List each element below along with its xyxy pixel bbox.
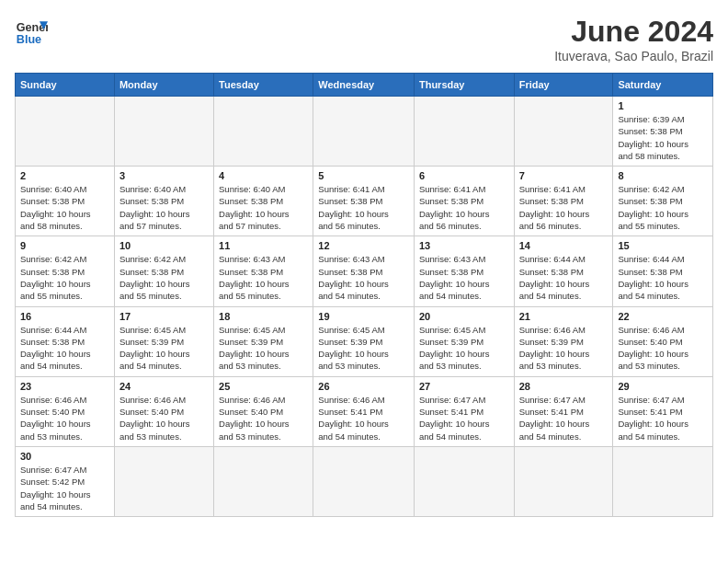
day-number: 20	[419, 311, 509, 322]
day-cell: 20Sunrise: 6:45 AMSunset: 5:39 PMDayligh…	[414, 306, 514, 376]
header: General Blue June 2024 Ituverava, Sao Pa…	[15, 15, 713, 63]
logo: General Blue	[15, 15, 48, 48]
day-info: Sunrise: 6:46 AMSunset: 5:40 PMDaylight:…	[20, 394, 109, 442]
day-cell	[613, 446, 713, 516]
day-cell: 10Sunrise: 6:42 AMSunset: 5:38 PMDayligh…	[114, 236, 213, 306]
day-info: Sunrise: 6:45 AMSunset: 5:39 PMDaylight:…	[119, 324, 209, 373]
day-cell	[214, 446, 313, 516]
day-number: 3	[119, 170, 209, 181]
day-info: Sunrise: 6:47 AMSunset: 5:41 PMDaylight:…	[618, 394, 708, 442]
day-cell: 30Sunrise: 6:47 AMSunset: 5:42 PMDayligh…	[16, 446, 115, 516]
day-cell: 6Sunrise: 6:41 AMSunset: 5:38 PMDaylight…	[414, 167, 514, 236]
day-cell: 23Sunrise: 6:46 AMSunset: 5:40 PMDayligh…	[16, 376, 115, 446]
calendar-subtitle: Ituverava, Sao Paulo, Brazil	[554, 49, 713, 63]
day-number: 28	[519, 381, 609, 392]
day-number: 16	[20, 311, 109, 322]
day-number: 1	[618, 100, 708, 111]
svg-text:Blue: Blue	[17, 33, 41, 46]
day-cell: 13Sunrise: 6:43 AMSunset: 5:38 PMDayligh…	[414, 236, 514, 306]
day-info: Sunrise: 6:41 AMSunset: 5:38 PMDaylight:…	[519, 183, 609, 232]
day-info: Sunrise: 6:42 AMSunset: 5:38 PMDaylight:…	[119, 253, 209, 302]
day-number: 4	[219, 170, 308, 181]
day-number: 15	[618, 240, 708, 251]
day-cell	[313, 446, 415, 516]
day-header-friday: Friday	[514, 74, 613, 97]
day-cell	[514, 446, 613, 516]
day-number: 22	[618, 311, 708, 322]
day-cell	[514, 97, 613, 167]
day-cell	[313, 97, 415, 167]
day-header-wednesday: Wednesday	[313, 74, 415, 97]
day-cell: 17Sunrise: 6:45 AMSunset: 5:39 PMDayligh…	[114, 306, 213, 376]
day-info: Sunrise: 6:46 AMSunset: 5:40 PMDaylight:…	[119, 394, 209, 442]
day-info: Sunrise: 6:47 AMSunset: 5:41 PMDaylight:…	[419, 394, 509, 442]
day-cell: 9Sunrise: 6:42 AMSunset: 5:38 PMDaylight…	[16, 236, 115, 306]
day-number: 10	[119, 240, 209, 251]
calendar-title: June 2024	[554, 15, 713, 49]
day-number: 30	[20, 451, 109, 462]
day-info: Sunrise: 6:41 AMSunset: 5:38 PMDaylight:…	[419, 183, 509, 232]
day-number: 24	[119, 381, 209, 392]
day-cell: 29Sunrise: 6:47 AMSunset: 5:41 PMDayligh…	[613, 376, 713, 446]
day-cell: 4Sunrise: 6:40 AMSunset: 5:38 PMDaylight…	[214, 167, 313, 236]
day-number: 14	[519, 240, 609, 251]
day-info: Sunrise: 6:40 AMSunset: 5:38 PMDaylight:…	[219, 183, 308, 232]
day-number: 5	[318, 170, 409, 181]
day-cell: 16Sunrise: 6:44 AMSunset: 5:38 PMDayligh…	[16, 306, 115, 376]
day-number: 13	[419, 240, 509, 251]
day-info: Sunrise: 6:43 AMSunset: 5:38 PMDaylight:…	[419, 253, 509, 302]
day-info: Sunrise: 6:42 AMSunset: 5:38 PMDaylight:…	[20, 253, 109, 302]
day-header-tuesday: Tuesday	[214, 74, 313, 97]
day-cell	[214, 97, 313, 167]
day-number: 18	[219, 311, 308, 322]
day-cell	[414, 97, 514, 167]
day-number: 8	[618, 170, 708, 181]
day-cell: 11Sunrise: 6:43 AMSunset: 5:38 PMDayligh…	[214, 236, 313, 306]
calendar-table: SundayMondayTuesdayWednesdayThursdayFrid…	[15, 73, 713, 517]
day-info: Sunrise: 6:47 AMSunset: 5:42 PMDaylight:…	[20, 464, 109, 512]
day-number: 29	[618, 381, 708, 392]
day-info: Sunrise: 6:43 AMSunset: 5:38 PMDaylight:…	[219, 253, 308, 302]
day-number: 17	[119, 311, 209, 322]
week-row-1: 1Sunrise: 6:39 AMSunset: 5:38 PMDaylight…	[16, 97, 713, 167]
day-cell: 26Sunrise: 6:46 AMSunset: 5:41 PMDayligh…	[313, 376, 415, 446]
day-cell: 15Sunrise: 6:44 AMSunset: 5:38 PMDayligh…	[613, 236, 713, 306]
day-header-saturday: Saturday	[613, 74, 713, 97]
day-info: Sunrise: 6:45 AMSunset: 5:39 PMDaylight:…	[318, 324, 409, 373]
day-info: Sunrise: 6:46 AMSunset: 5:40 PMDaylight:…	[618, 324, 708, 373]
day-cell: 19Sunrise: 6:45 AMSunset: 5:39 PMDayligh…	[313, 306, 415, 376]
day-number: 23	[20, 381, 109, 392]
day-number: 19	[318, 311, 409, 322]
day-cell	[414, 446, 514, 516]
day-info: Sunrise: 6:43 AMSunset: 5:38 PMDaylight:…	[318, 253, 409, 302]
day-number: 12	[318, 240, 409, 251]
day-cell: 14Sunrise: 6:44 AMSunset: 5:38 PMDayligh…	[514, 236, 613, 306]
day-info: Sunrise: 6:45 AMSunset: 5:39 PMDaylight:…	[219, 324, 308, 373]
day-info: Sunrise: 6:42 AMSunset: 5:38 PMDaylight:…	[618, 183, 708, 232]
title-area: June 2024 Ituverava, Sao Paulo, Brazil	[554, 15, 713, 63]
week-row-4: 16Sunrise: 6:44 AMSunset: 5:38 PMDayligh…	[16, 306, 713, 376]
day-info: Sunrise: 6:44 AMSunset: 5:38 PMDaylight:…	[618, 253, 708, 302]
generalblue-logo-icon: General Blue	[15, 15, 48, 48]
day-info: Sunrise: 6:44 AMSunset: 5:38 PMDaylight:…	[20, 324, 109, 373]
day-number: 6	[419, 170, 509, 181]
day-cell: 24Sunrise: 6:46 AMSunset: 5:40 PMDayligh…	[114, 376, 213, 446]
day-cell: 25Sunrise: 6:46 AMSunset: 5:40 PMDayligh…	[214, 376, 313, 446]
day-info: Sunrise: 6:40 AMSunset: 5:38 PMDaylight:…	[119, 183, 209, 232]
day-cell	[114, 97, 213, 167]
week-row-5: 23Sunrise: 6:46 AMSunset: 5:40 PMDayligh…	[16, 376, 713, 446]
day-info: Sunrise: 6:47 AMSunset: 5:41 PMDaylight:…	[519, 394, 609, 442]
day-cell: 2Sunrise: 6:40 AMSunset: 5:38 PMDaylight…	[16, 167, 115, 236]
week-row-6: 30Sunrise: 6:47 AMSunset: 5:42 PMDayligh…	[16, 446, 713, 516]
day-number: 11	[219, 240, 308, 251]
day-header-thursday: Thursday	[414, 74, 514, 97]
day-header-monday: Monday	[114, 74, 213, 97]
day-number: 25	[219, 381, 308, 392]
day-cell: 12Sunrise: 6:43 AMSunset: 5:38 PMDayligh…	[313, 236, 415, 306]
day-cell: 5Sunrise: 6:41 AMSunset: 5:38 PMDaylight…	[313, 167, 415, 236]
day-number: 2	[20, 170, 109, 181]
day-cell: 27Sunrise: 6:47 AMSunset: 5:41 PMDayligh…	[414, 376, 514, 446]
day-number: 27	[419, 381, 509, 392]
day-number: 7	[519, 170, 609, 181]
week-row-3: 9Sunrise: 6:42 AMSunset: 5:38 PMDaylight…	[16, 236, 713, 306]
